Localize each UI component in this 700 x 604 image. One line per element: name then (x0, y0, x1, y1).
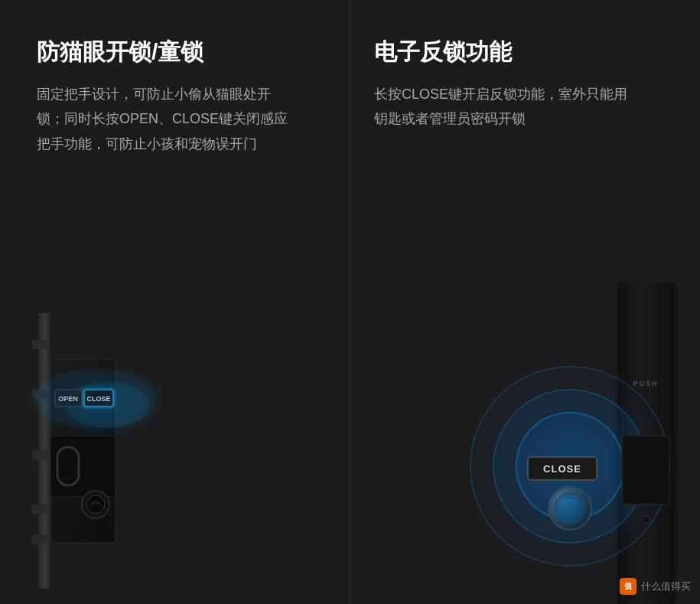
right-feature-title: 电子反锁功能 (374, 37, 669, 67)
watermark-icon: 值 (620, 578, 637, 595)
svg-point-10 (86, 495, 105, 514)
svg-rect-5 (32, 535, 47, 544)
svg-rect-7 (50, 436, 116, 497)
watermark-label: 什么值得买 (641, 580, 691, 593)
main-container: 防猫眼开锁/童锁 固定把手设计，可防止小偷从猫眼处开锁；同时长按OPEN、CLO… (0, 0, 700, 604)
left-feature-desc: 固定把手设计，可防止小偷从猫眼处开锁；同时长按OPEN、CLOSE键关闭感应把手… (37, 82, 297, 156)
right-feature-desc: 长按CLOSE键开启反锁功能，室外只能用钥匙或者管理员密码开锁 (374, 82, 634, 132)
svg-rect-25 (622, 436, 669, 504)
watermark: 值 什么值得买 (620, 578, 691, 595)
svg-point-30 (643, 516, 650, 524)
svg-rect-1 (32, 340, 47, 349)
svg-point-17 (34, 368, 157, 429)
svg-rect-4 (32, 504, 47, 514)
right-lock-illustration: PUSH CLOSE (440, 282, 700, 604)
svg-rect-3 (32, 451, 47, 460)
left-panel: 防猫眼开锁/童锁 固定把手设计，可防止小偷从猫眼处开锁；同时长按OPEN、CLO… (0, 0, 350, 604)
svg-text:CLOSE: CLOSE (543, 463, 581, 475)
watermark-icon-text: 值 (624, 581, 632, 592)
left-feature-title: 防猫眼开锁/童锁 (37, 37, 319, 67)
left-lock-illustration: OPEN CLOSE (15, 298, 214, 604)
right-panel: 电子反锁功能 长按CLOSE键开启反锁功能，室外只能用钥匙或者管理员密码开锁 (350, 0, 700, 604)
svg-text:PUSH: PUSH (633, 380, 658, 387)
